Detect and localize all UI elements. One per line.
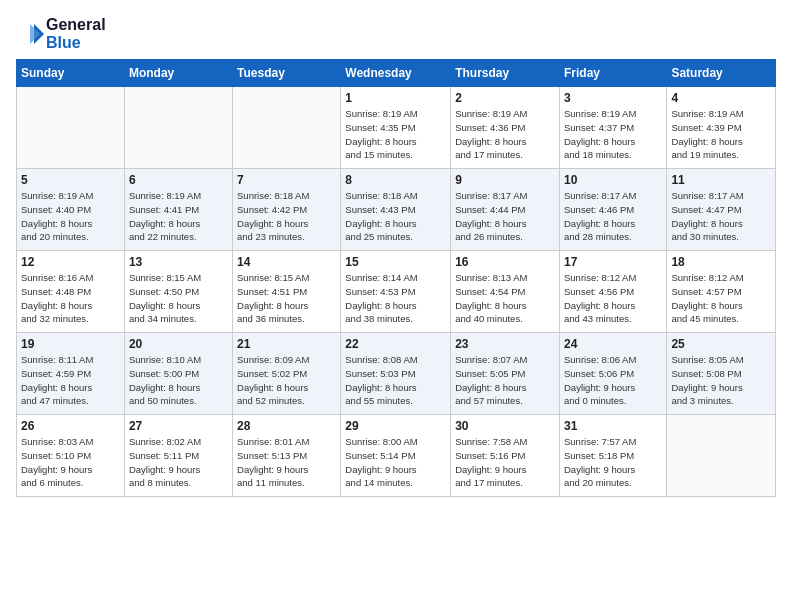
day-number: 28 (237, 419, 336, 433)
day-number: 29 (345, 419, 446, 433)
day-info: Sunrise: 8:12 AM Sunset: 4:56 PM Dayligh… (564, 271, 662, 326)
day-number: 4 (671, 91, 771, 105)
page: General Blue SundayMondayTuesdayWednesda… (0, 0, 792, 612)
day-info: Sunrise: 8:16 AM Sunset: 4:48 PM Dayligh… (21, 271, 120, 326)
day-number: 8 (345, 173, 446, 187)
calendar-cell: 27Sunrise: 8:02 AM Sunset: 5:11 PM Dayli… (124, 415, 232, 497)
calendar-cell: 12Sunrise: 8:16 AM Sunset: 4:48 PM Dayli… (17, 251, 125, 333)
calendar-cell (17, 87, 125, 169)
weekday-header-monday: Monday (124, 60, 232, 87)
calendar-cell: 14Sunrise: 8:15 AM Sunset: 4:51 PM Dayli… (233, 251, 341, 333)
weekday-header-tuesday: Tuesday (233, 60, 341, 87)
day-info: Sunrise: 8:17 AM Sunset: 4:47 PM Dayligh… (671, 189, 771, 244)
header: General Blue (16, 16, 776, 51)
day-number: 20 (129, 337, 228, 351)
day-info: Sunrise: 8:07 AM Sunset: 5:05 PM Dayligh… (455, 353, 555, 408)
calendar-cell: 16Sunrise: 8:13 AM Sunset: 4:54 PM Dayli… (451, 251, 560, 333)
day-number: 26 (21, 419, 120, 433)
day-number: 27 (129, 419, 228, 433)
calendar-cell: 18Sunrise: 8:12 AM Sunset: 4:57 PM Dayli… (667, 251, 776, 333)
day-info: Sunrise: 8:19 AM Sunset: 4:39 PM Dayligh… (671, 107, 771, 162)
week-row-3: 12Sunrise: 8:16 AM Sunset: 4:48 PM Dayli… (17, 251, 776, 333)
calendar-cell: 9Sunrise: 8:17 AM Sunset: 4:44 PM Daylig… (451, 169, 560, 251)
day-info: Sunrise: 8:09 AM Sunset: 5:02 PM Dayligh… (237, 353, 336, 408)
day-info: Sunrise: 8:19 AM Sunset: 4:40 PM Dayligh… (21, 189, 120, 244)
day-info: Sunrise: 8:15 AM Sunset: 4:51 PM Dayligh… (237, 271, 336, 326)
day-number: 17 (564, 255, 662, 269)
calendar-cell: 7Sunrise: 8:18 AM Sunset: 4:42 PM Daylig… (233, 169, 341, 251)
calendar-cell: 23Sunrise: 8:07 AM Sunset: 5:05 PM Dayli… (451, 333, 560, 415)
day-number: 6 (129, 173, 228, 187)
day-number: 10 (564, 173, 662, 187)
calendar-cell: 5Sunrise: 8:19 AM Sunset: 4:40 PM Daylig… (17, 169, 125, 251)
day-info: Sunrise: 8:18 AM Sunset: 4:43 PM Dayligh… (345, 189, 446, 244)
calendar-cell: 6Sunrise: 8:19 AM Sunset: 4:41 PM Daylig… (124, 169, 232, 251)
day-info: Sunrise: 8:08 AM Sunset: 5:03 PM Dayligh… (345, 353, 446, 408)
day-number: 19 (21, 337, 120, 351)
calendar-cell: 2Sunrise: 8:19 AM Sunset: 4:36 PM Daylig… (451, 87, 560, 169)
day-info: Sunrise: 8:01 AM Sunset: 5:13 PM Dayligh… (237, 435, 336, 490)
day-number: 5 (21, 173, 120, 187)
calendar-cell: 4Sunrise: 8:19 AM Sunset: 4:39 PM Daylig… (667, 87, 776, 169)
calendar-cell (667, 415, 776, 497)
day-info: Sunrise: 8:00 AM Sunset: 5:14 PM Dayligh… (345, 435, 446, 490)
day-number: 18 (671, 255, 771, 269)
day-number: 31 (564, 419, 662, 433)
day-info: Sunrise: 8:19 AM Sunset: 4:35 PM Dayligh… (345, 107, 446, 162)
day-number: 1 (345, 91, 446, 105)
calendar-cell: 24Sunrise: 8:06 AM Sunset: 5:06 PM Dayli… (559, 333, 666, 415)
day-info: Sunrise: 8:19 AM Sunset: 4:37 PM Dayligh… (564, 107, 662, 162)
day-info: Sunrise: 8:05 AM Sunset: 5:08 PM Dayligh… (671, 353, 771, 408)
day-info: Sunrise: 7:57 AM Sunset: 5:18 PM Dayligh… (564, 435, 662, 490)
week-row-1: 1Sunrise: 8:19 AM Sunset: 4:35 PM Daylig… (17, 87, 776, 169)
day-number: 12 (21, 255, 120, 269)
day-number: 11 (671, 173, 771, 187)
calendar-cell: 19Sunrise: 8:11 AM Sunset: 4:59 PM Dayli… (17, 333, 125, 415)
weekday-header-wednesday: Wednesday (341, 60, 451, 87)
day-info: Sunrise: 8:12 AM Sunset: 4:57 PM Dayligh… (671, 271, 771, 326)
weekday-header-sunday: Sunday (17, 60, 125, 87)
day-info: Sunrise: 8:15 AM Sunset: 4:50 PM Dayligh… (129, 271, 228, 326)
calendar-cell: 8Sunrise: 8:18 AM Sunset: 4:43 PM Daylig… (341, 169, 451, 251)
weekday-header-saturday: Saturday (667, 60, 776, 87)
calendar-cell: 1Sunrise: 8:19 AM Sunset: 4:35 PM Daylig… (341, 87, 451, 169)
day-info: Sunrise: 8:10 AM Sunset: 5:00 PM Dayligh… (129, 353, 228, 408)
day-number: 2 (455, 91, 555, 105)
calendar-cell: 10Sunrise: 8:17 AM Sunset: 4:46 PM Dayli… (559, 169, 666, 251)
week-row-2: 5Sunrise: 8:19 AM Sunset: 4:40 PM Daylig… (17, 169, 776, 251)
logo: General Blue (16, 16, 106, 51)
day-number: 22 (345, 337, 446, 351)
day-info: Sunrise: 8:19 AM Sunset: 4:36 PM Dayligh… (455, 107, 555, 162)
calendar-cell: 20Sunrise: 8:10 AM Sunset: 5:00 PM Dayli… (124, 333, 232, 415)
weekday-header-friday: Friday (559, 60, 666, 87)
logo-icon (16, 20, 44, 48)
day-number: 24 (564, 337, 662, 351)
calendar-cell: 13Sunrise: 8:15 AM Sunset: 4:50 PM Dayli… (124, 251, 232, 333)
calendar-cell: 31Sunrise: 7:57 AM Sunset: 5:18 PM Dayli… (559, 415, 666, 497)
day-number: 7 (237, 173, 336, 187)
day-info: Sunrise: 8:13 AM Sunset: 4:54 PM Dayligh… (455, 271, 555, 326)
weekday-header-row: SundayMondayTuesdayWednesdayThursdayFrid… (17, 60, 776, 87)
calendar-cell: 25Sunrise: 8:05 AM Sunset: 5:08 PM Dayli… (667, 333, 776, 415)
calendar-cell: 26Sunrise: 8:03 AM Sunset: 5:10 PM Dayli… (17, 415, 125, 497)
day-info: Sunrise: 7:58 AM Sunset: 5:16 PM Dayligh… (455, 435, 555, 490)
day-info: Sunrise: 8:18 AM Sunset: 4:42 PM Dayligh… (237, 189, 336, 244)
calendar-cell: 3Sunrise: 8:19 AM Sunset: 4:37 PM Daylig… (559, 87, 666, 169)
day-number: 13 (129, 255, 228, 269)
week-row-4: 19Sunrise: 8:11 AM Sunset: 4:59 PM Dayli… (17, 333, 776, 415)
calendar-cell (233, 87, 341, 169)
calendar-cell: 21Sunrise: 8:09 AM Sunset: 5:02 PM Dayli… (233, 333, 341, 415)
calendar-cell (124, 87, 232, 169)
day-number: 3 (564, 91, 662, 105)
calendar-cell: 28Sunrise: 8:01 AM Sunset: 5:13 PM Dayli… (233, 415, 341, 497)
calendar-cell: 15Sunrise: 8:14 AM Sunset: 4:53 PM Dayli… (341, 251, 451, 333)
calendar-cell: 30Sunrise: 7:58 AM Sunset: 5:16 PM Dayli… (451, 415, 560, 497)
calendar-cell: 29Sunrise: 8:00 AM Sunset: 5:14 PM Dayli… (341, 415, 451, 497)
day-info: Sunrise: 8:11 AM Sunset: 4:59 PM Dayligh… (21, 353, 120, 408)
day-number: 9 (455, 173, 555, 187)
day-number: 23 (455, 337, 555, 351)
calendar-cell: 22Sunrise: 8:08 AM Sunset: 5:03 PM Dayli… (341, 333, 451, 415)
day-number: 30 (455, 419, 555, 433)
week-row-5: 26Sunrise: 8:03 AM Sunset: 5:10 PM Dayli… (17, 415, 776, 497)
day-number: 16 (455, 255, 555, 269)
